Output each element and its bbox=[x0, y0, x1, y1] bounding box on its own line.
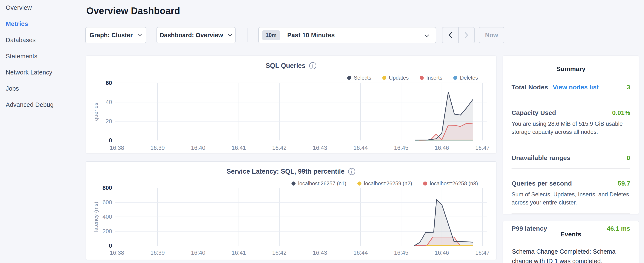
svg-text:16:45: 16:45 bbox=[394, 249, 408, 256]
chevron-right-icon bbox=[464, 32, 468, 38]
svg-text:16:40: 16:40 bbox=[191, 145, 206, 151]
summary-row-label: Queries per second bbox=[512, 180, 572, 187]
divider bbox=[512, 143, 630, 143]
svg-text:800: 800 bbox=[102, 185, 112, 191]
chart-plot: 0200400600800latency (ms)16:3816:3916:40… bbox=[86, 162, 497, 260]
summary-row-value: 3 bbox=[626, 84, 630, 91]
svg-text:16:41: 16:41 bbox=[232, 145, 246, 151]
svg-text:16:44: 16:44 bbox=[353, 249, 368, 256]
summary-title: Summary bbox=[512, 56, 630, 73]
time-range-selector[interactable]: 10m Past 10 Minutes bbox=[258, 27, 436, 43]
divider bbox=[512, 168, 630, 169]
dashboard-dropdown[interactable]: Dashboard: Overview bbox=[156, 27, 236, 43]
summary-row-label: P99 latency bbox=[512, 225, 547, 232]
sidebar-item-databases[interactable]: Databases bbox=[6, 37, 82, 44]
time-prev-button[interactable] bbox=[442, 27, 458, 43]
svg-text:200: 200 bbox=[102, 228, 112, 234]
svg-text:20: 20 bbox=[106, 118, 112, 124]
sidebar: OverviewMetricsDatabasesStatementsNetwor… bbox=[6, 4, 82, 117]
svg-text:16:43: 16:43 bbox=[313, 249, 327, 256]
view-nodes-list-link[interactable]: View nodes list bbox=[553, 84, 599, 91]
summary-row-note: Sum of Selects, Updates, Inserts, and De… bbox=[512, 190, 630, 207]
time-range-badge: 10m bbox=[262, 30, 280, 40]
chart-plot: 0204060queries16:3816:3916:4016:4116:421… bbox=[86, 56, 497, 154]
svg-text:16:43: 16:43 bbox=[313, 145, 327, 151]
time-range-label: Past 10 Minutes bbox=[287, 32, 335, 39]
controls-divider bbox=[247, 28, 248, 42]
summary-row: Capacity Used0.01% bbox=[512, 109, 630, 116]
time-step-buttons bbox=[442, 27, 475, 43]
divider bbox=[512, 213, 630, 214]
svg-text:16:42: 16:42 bbox=[272, 145, 286, 151]
summary-panel: Summary Total NodesView nodes list3Capac… bbox=[502, 56, 639, 214]
summary-row-label: Unavailable ranges bbox=[512, 154, 570, 161]
svg-text:latency (ms): latency (ms) bbox=[93, 202, 99, 232]
summary-row-value: 0 bbox=[626, 154, 630, 161]
svg-text:40: 40 bbox=[106, 99, 112, 105]
svg-text:400: 400 bbox=[102, 214, 112, 220]
summary-row-label: Capacity Used bbox=[512, 109, 556, 116]
time-next-button[interactable] bbox=[458, 27, 475, 43]
dashboard-dropdown-label: Dashboard: Overview bbox=[160, 32, 223, 39]
sidebar-item-jobs[interactable]: Jobs bbox=[6, 85, 82, 92]
summary-row: Queries per second59.7 bbox=[512, 180, 630, 187]
graph-dropdown[interactable]: Graph: Cluster bbox=[85, 27, 146, 43]
sidebar-item-metrics[interactable]: Metrics bbox=[6, 21, 82, 28]
svg-text:16:38: 16:38 bbox=[110, 249, 124, 256]
summary-row-value: 46.1 ms bbox=[607, 225, 630, 232]
controls-row: Graph: Cluster Dashboard: Overview 10m P… bbox=[85, 27, 553, 43]
svg-text:16:47: 16:47 bbox=[475, 145, 490, 151]
svg-text:16:45: 16:45 bbox=[394, 145, 408, 151]
graph-dropdown-label: Graph: Cluster bbox=[90, 32, 133, 39]
sidebar-item-statements[interactable]: Statements bbox=[6, 53, 82, 60]
summary-row: Unavailable ranges0 bbox=[512, 154, 630, 161]
svg-text:16:39: 16:39 bbox=[150, 249, 165, 256]
svg-text:16:39: 16:39 bbox=[150, 145, 165, 151]
sidebar-item-overview[interactable]: Overview bbox=[6, 4, 82, 11]
svg-text:16:40: 16:40 bbox=[191, 249, 206, 256]
summary-row-value: 59.7 bbox=[618, 180, 630, 187]
summary-row-value: 0.01% bbox=[612, 109, 630, 116]
chevron-down-icon bbox=[228, 34, 232, 37]
sidebar-item-network-latency[interactable]: Network Latency bbox=[6, 69, 82, 76]
now-button[interactable]: Now bbox=[479, 27, 504, 43]
summary-row-note: You are using 28.6 MiB of 515.9 GiB usab… bbox=[512, 120, 630, 136]
event-message: Schema Change Completed: Schema change w… bbox=[512, 247, 630, 263]
sidebar-item-advanced-debug[interactable]: Advanced Debug bbox=[6, 101, 82, 108]
page-title: Overview Dashboard bbox=[86, 6, 180, 16]
chevron-left-icon bbox=[448, 32, 452, 38]
svg-text:16:44: 16:44 bbox=[353, 145, 368, 151]
svg-text:16:38: 16:38 bbox=[110, 145, 124, 151]
summary-row-label: Total Nodes bbox=[512, 84, 548, 91]
chevron-down-icon bbox=[137, 34, 142, 37]
svg-text:16:47: 16:47 bbox=[475, 249, 490, 256]
svg-text:0: 0 bbox=[109, 137, 112, 144]
svg-text:16:46: 16:46 bbox=[434, 249, 449, 256]
svg-text:queries: queries bbox=[93, 103, 99, 121]
service-latency-chart-card: Service Latency: SQL, 99th percentile lo… bbox=[86, 161, 496, 260]
svg-text:600: 600 bbox=[102, 199, 112, 205]
chevron-down-icon bbox=[424, 34, 429, 38]
right-column: Summary Total NodesView nodes list3Capac… bbox=[502, 56, 639, 263]
divider bbox=[512, 98, 630, 98]
summary-row: Total NodesView nodes list3 bbox=[512, 84, 630, 91]
sql-queries-chart-card: SQL Queries SelectsUpdatesInsertsDeletes… bbox=[86, 56, 496, 153]
svg-text:16:46: 16:46 bbox=[434, 145, 449, 151]
svg-text:16:41: 16:41 bbox=[232, 249, 246, 256]
charts-column: SQL Queries SelectsUpdatesInsertsDeletes… bbox=[86, 56, 496, 260]
svg-text:60: 60 bbox=[106, 80, 112, 86]
svg-text:0: 0 bbox=[109, 242, 112, 249]
svg-text:16:42: 16:42 bbox=[272, 249, 286, 256]
